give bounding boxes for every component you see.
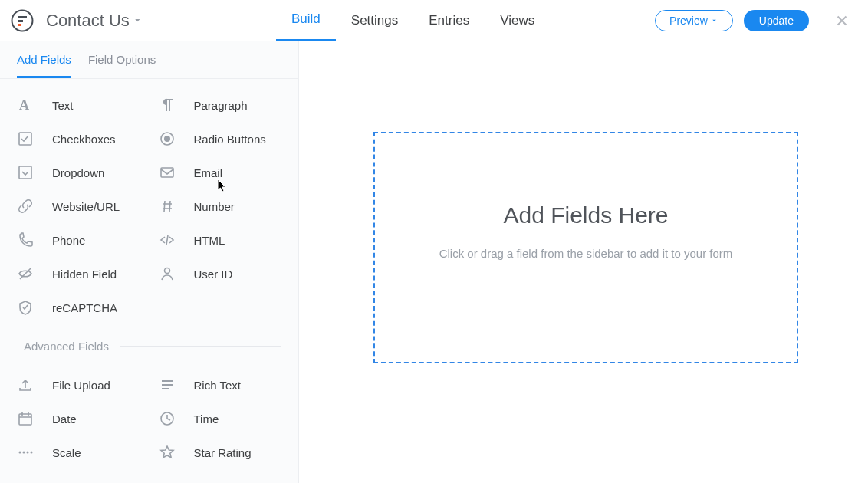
sidebar-tab-add-fields[interactable]: Add Fields <box>17 41 71 78</box>
field-time[interactable]: Time <box>150 402 291 435</box>
calendar-icon <box>17 410 34 427</box>
form-canvas: Add Fields Here Click or drag a field fr… <box>299 41 868 483</box>
close-button[interactable] <box>831 10 853 31</box>
dropzone[interactable]: Add Fields Here Click or drag a field fr… <box>373 132 798 363</box>
header-tabs: Build Settings Entries Views <box>276 0 550 41</box>
field-label: Radio Buttons <box>194 133 266 146</box>
field-number[interactable]: Number <box>150 189 291 223</box>
shield-check-icon <box>17 299 34 316</box>
sidebar-tab-label: Field Options <box>88 53 156 66</box>
sidebar-tabs: Add Fields Field Options <box>0 41 298 79</box>
update-button[interactable]: Update <box>744 10 809 31</box>
field-label: Hidden Field <box>52 268 117 281</box>
upload-icon <box>17 376 34 393</box>
tab-label: Settings <box>351 13 398 28</box>
field-radio[interactable]: Radio Buttons <box>150 122 291 156</box>
field-dropdown[interactable]: Dropdown <box>8 156 150 189</box>
text-icon <box>17 97 34 113</box>
sidebar: Add Fields Field Options Text Paragraph … <box>0 41 299 483</box>
tab-views[interactable]: Views <box>485 0 550 41</box>
field-date[interactable]: Date <box>8 402 150 435</box>
phone-icon <box>17 232 34 248</box>
dropzone-subtitle: Click or drag a field from the sidebar t… <box>375 247 797 260</box>
svg-rect-14 <box>18 16 27 18</box>
field-rich-text[interactable]: Rich Text <box>150 368 291 402</box>
field-label: Star Rating <box>194 446 252 459</box>
field-label: Phone <box>52 234 85 247</box>
email-icon <box>159 164 176 181</box>
field-email[interactable]: Email <box>150 156 291 189</box>
field-label: User ID <box>194 268 233 281</box>
divider <box>820 5 820 36</box>
caret-down-icon <box>133 15 143 26</box>
field-label: Website/URL <box>52 200 120 213</box>
field-label: Email <box>194 166 223 179</box>
update-label: Update <box>759 15 794 27</box>
tab-label: Entries <box>429 13 469 28</box>
form-title-text: Contact Us <box>46 11 130 31</box>
field-label: reCAPTCHA <box>52 301 117 314</box>
app-header: Contact Us Build Settings Entries Views … <box>0 0 868 41</box>
dropzone-title: Add Fields Here <box>375 202 797 228</box>
tab-entries[interactable]: Entries <box>413 0 485 41</box>
sidebar-tab-field-options[interactable]: Field Options <box>88 41 156 78</box>
svg-rect-15 <box>18 20 23 22</box>
field-star-rating[interactable]: Star Rating <box>150 435 291 469</box>
field-checkboxes[interactable]: Checkboxes <box>8 122 150 156</box>
field-file-upload[interactable]: File Upload <box>8 368 150 402</box>
field-label: Rich Text <box>194 379 241 392</box>
field-label: Scale <box>52 446 81 459</box>
field-label: Date <box>52 412 77 426</box>
preview-label: Preview <box>669 15 708 27</box>
clock-icon <box>159 410 176 427</box>
advanced-fields-grid: File Upload Rich Text Date Time Scale St… <box>0 359 298 478</box>
divider <box>120 346 281 347</box>
field-label: Number <box>194 200 235 213</box>
close-icon <box>834 13 850 28</box>
field-label: Checkboxes <box>52 133 116 146</box>
tab-build[interactable]: Build <box>276 0 336 41</box>
field-recaptcha[interactable]: reCAPTCHA <box>8 291 150 324</box>
field-scale[interactable]: Scale <box>8 435 150 469</box>
tab-label: Views <box>500 13 534 28</box>
form-title-dropdown[interactable]: Contact Us <box>46 11 143 31</box>
header-actions: Preview Update <box>655 5 853 36</box>
field-html[interactable]: HTML <box>150 223 291 257</box>
dropdown-icon <box>17 164 34 181</box>
field-label: Text <box>52 99 74 112</box>
preview-button[interactable]: Preview <box>655 10 733 31</box>
scale-icon <box>17 444 34 461</box>
field-url[interactable]: Website/URL <box>8 189 150 223</box>
star-icon <box>159 444 176 461</box>
checkbox-icon <box>17 130 34 147</box>
field-text[interactable]: Text <box>8 88 150 122</box>
field-phone[interactable]: Phone <box>8 223 150 257</box>
user-icon <box>159 265 176 282</box>
basic-fields-grid: Text Paragraph Checkboxes Radio Buttons … <box>0 79 298 334</box>
caret-down-icon <box>711 17 718 25</box>
field-label: File Upload <box>52 379 110 392</box>
field-label: HTML <box>194 234 225 247</box>
eye-off-icon <box>17 265 34 282</box>
tab-label: Build <box>291 12 321 27</box>
tab-settings[interactable]: Settings <box>336 0 413 41</box>
sidebar-tab-label: Add Fields <box>17 53 71 66</box>
field-label: Paragraph <box>194 99 248 112</box>
hash-icon <box>159 198 176 215</box>
field-label: Time <box>194 412 219 426</box>
paragraph-icon <box>159 97 176 113</box>
richtext-icon <box>159 376 176 393</box>
link-icon <box>17 198 34 215</box>
app-logo[interactable] <box>11 9 34 32</box>
field-label: Dropdown <box>52 166 104 179</box>
svg-rect-16 <box>18 24 21 26</box>
advanced-fields-header: Advanced Fields <box>0 334 298 359</box>
field-user-id[interactable]: User ID <box>150 257 291 291</box>
field-paragraph[interactable]: Paragraph <box>150 88 291 122</box>
code-icon <box>159 232 176 248</box>
field-hidden[interactable]: Hidden Field <box>8 257 150 291</box>
radio-icon <box>159 130 176 147</box>
section-label: Advanced Fields <box>24 340 109 353</box>
